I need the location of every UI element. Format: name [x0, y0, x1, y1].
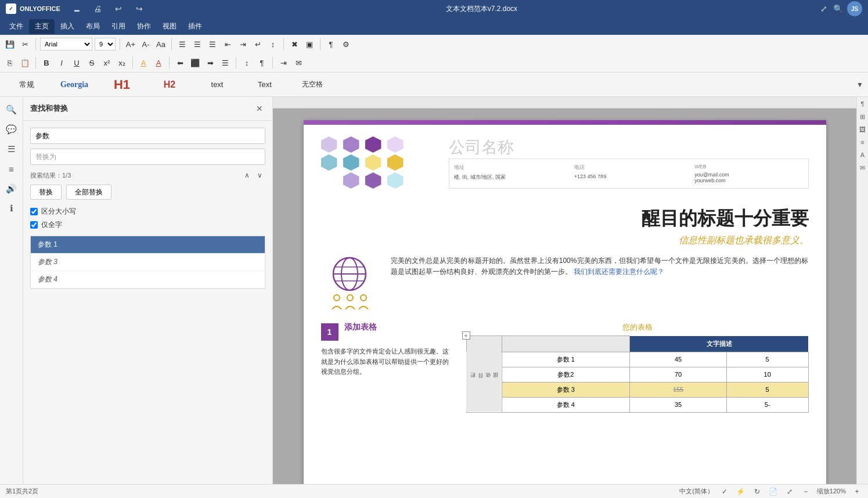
- style-georgia[interactable]: Georgia: [51, 74, 98, 95]
- search-btn-title[interactable]: 🔍: [833, 4, 842, 13]
- linespace-btn[interactable]: ↕: [240, 56, 253, 69]
- track-changes-icon[interactable]: ⚡: [736, 486, 746, 497]
- hex-3: [365, 136, 381, 153]
- style-h2[interactable]: H2: [146, 74, 193, 95]
- increase-font-btn[interactable]: A+: [124, 38, 137, 50]
- header-settings-icon[interactable]: ≡: [858, 138, 867, 147]
- style-nospace[interactable]: 无空格: [289, 74, 336, 95]
- address-col: 地址 楼, 街, 城市/地区, 国家: [454, 164, 563, 183]
- result-item-0[interactable]: 参数 1: [31, 236, 265, 254]
- paragraph-settings-icon[interactable]: ¶: [858, 99, 867, 109]
- sidebar-info-icon[interactable]: ℹ: [3, 200, 20, 216]
- multilevel-btn[interactable]: ☰: [206, 38, 219, 50]
- sidebar-audio-icon[interactable]: 🔊: [3, 181, 20, 197]
- menu-view[interactable]: 视图: [157, 19, 182, 34]
- align-center-btn[interactable]: ⬛: [189, 56, 201, 69]
- font-size-select[interactable]: 9: [95, 38, 116, 50]
- mail-merge-btn[interactable]: ✉: [292, 56, 305, 69]
- paste-btn[interactable]: 📋: [19, 56, 31, 69]
- style-normal[interactable]: 常规: [3, 74, 50, 95]
- search-input[interactable]: [30, 128, 265, 144]
- phone-value: +123 456 789: [574, 174, 683, 179]
- menu-layout[interactable]: 布局: [80, 19, 106, 34]
- fit-icon[interactable]: ⤢: [784, 486, 795, 497]
- menu-references[interactable]: 引用: [106, 19, 131, 34]
- sidebar-search-icon[interactable]: 🔍: [3, 102, 20, 118]
- table-title: 您的表格: [466, 322, 809, 333]
- cut-btn[interactable]: ✂: [19, 38, 31, 50]
- sort-btn[interactable]: ↕: [266, 38, 279, 50]
- replace-btn[interactable]: 替换: [30, 185, 62, 200]
- table-label-header: [502, 336, 630, 352]
- align-left-btn[interactable]: ⬅: [174, 56, 186, 69]
- italic-btn[interactable]: I: [55, 56, 68, 69]
- strikethrough-btn[interactable]: S: [85, 56, 98, 69]
- replace-input[interactable]: [30, 149, 265, 165]
- user-avatar[interactable]: JS: [847, 1, 862, 16]
- decrease-indent-btn[interactable]: ⇤: [221, 38, 234, 50]
- menu-collaborate[interactable]: 协作: [131, 19, 157, 34]
- subscript-btn[interactable]: x₂: [116, 56, 128, 69]
- sidebar-list-icon[interactable]: ≡: [3, 161, 20, 177]
- underline-btn[interactable]: U: [70, 56, 83, 69]
- font-name-select[interactable]: Arial: [40, 38, 92, 50]
- result-item-1[interactable]: 参数 3: [31, 254, 265, 271]
- result-item-2[interactable]: 参数 4: [31, 271, 265, 288]
- superscript-btn[interactable]: x²: [100, 56, 113, 69]
- tab-btn[interactable]: ⇥: [277, 56, 290, 69]
- copy-style-btn[interactable]: ⎘: [3, 56, 16, 69]
- bullets-btn[interactable]: ☰: [176, 38, 189, 50]
- minimize-btn[interactable]: 🗕: [72, 4, 81, 13]
- menu-home[interactable]: 主页: [29, 19, 55, 34]
- fullscreen-btn[interactable]: ⤢: [819, 4, 829, 13]
- doc-icon-area: [321, 255, 379, 311]
- doc-page: 公司名称 地址 楼, 街, 城市/地区, 国家 电话 +123 456 789: [304, 120, 826, 484]
- decrease-font-btn[interactable]: A-: [139, 38, 152, 50]
- style-options-btn[interactable]: ⚙: [340, 38, 352, 50]
- case-sensitive-checkbox[interactable]: [30, 208, 38, 215]
- redo-btn-title[interactable]: ↪: [135, 4, 144, 13]
- style-gallery-expand[interactable]: ▼: [855, 74, 865, 95]
- table-settings-icon[interactable]: ⊞: [858, 112, 867, 121]
- menu-plugins[interactable]: 插件: [182, 19, 208, 34]
- print-btn[interactable]: 🖨: [93, 4, 102, 13]
- menu-file[interactable]: 文件: [3, 19, 29, 34]
- replace-all-btn[interactable]: 全部替换: [66, 185, 111, 200]
- style-text[interactable]: text: [194, 74, 240, 95]
- whole-word-checkbox[interactable]: [30, 221, 38, 229]
- search-next-btn[interactable]: ∨: [254, 169, 265, 181]
- undo-btn-title[interactable]: ↩: [114, 4, 123, 13]
- sync-icon[interactable]: ↻: [752, 486, 762, 497]
- zoom-in-icon[interactable]: +: [852, 486, 862, 497]
- increase-indent-btn[interactable]: ⇥: [236, 38, 249, 50]
- text-art-icon[interactable]: A: [858, 150, 867, 160]
- zoom-out-icon[interactable]: −: [801, 486, 811, 497]
- style-text2[interactable]: Text: [242, 74, 288, 95]
- clear-format-btn[interactable]: ✖: [288, 38, 301, 50]
- style-h1[interactable]: H1: [99, 74, 145, 95]
- panel-close-btn[interactable]: ✕: [254, 103, 265, 114]
- shading-btn[interactable]: ▣: [303, 38, 316, 50]
- menu-insert[interactable]: 插入: [55, 19, 80, 34]
- change-case-btn[interactable]: Aa: [154, 38, 167, 50]
- sidebar-chat-icon[interactable]: 💬: [3, 121, 20, 138]
- font-color-btn[interactable]: A: [152, 56, 165, 69]
- search-prev-btn[interactable]: ∧: [241, 169, 253, 181]
- doc-view-icon[interactable]: 📄: [768, 486, 779, 497]
- indent-btn[interactable]: ↵: [251, 38, 264, 50]
- doc-area[interactable]: 公司名称 地址 楼, 街, 城市/地区, 国家 电话 +123 456 789: [273, 97, 856, 484]
- nonprinting-btn[interactable]: ¶: [325, 38, 337, 50]
- sidebar-headers-icon[interactable]: ☰: [3, 141, 20, 157]
- save-btn[interactable]: 💾: [3, 38, 16, 50]
- spell-check-icon[interactable]: ✓: [719, 486, 730, 497]
- image-settings-icon[interactable]: 🖼: [858, 125, 867, 134]
- align-right-btn[interactable]: ➡: [204, 56, 217, 69]
- language: 中文(简体）: [679, 487, 714, 496]
- bold-btn[interactable]: B: [40, 56, 53, 69]
- highlight-btn[interactable]: A: [137, 56, 150, 69]
- zoom-level: 缩放120%: [817, 487, 846, 496]
- numbering-btn[interactable]: ☰: [191, 38, 204, 50]
- mail-icon[interactable]: ✉: [858, 163, 867, 172]
- justify-btn[interactable]: ☰: [219, 56, 232, 69]
- show-marks-btn[interactable]: ¶: [255, 56, 268, 69]
